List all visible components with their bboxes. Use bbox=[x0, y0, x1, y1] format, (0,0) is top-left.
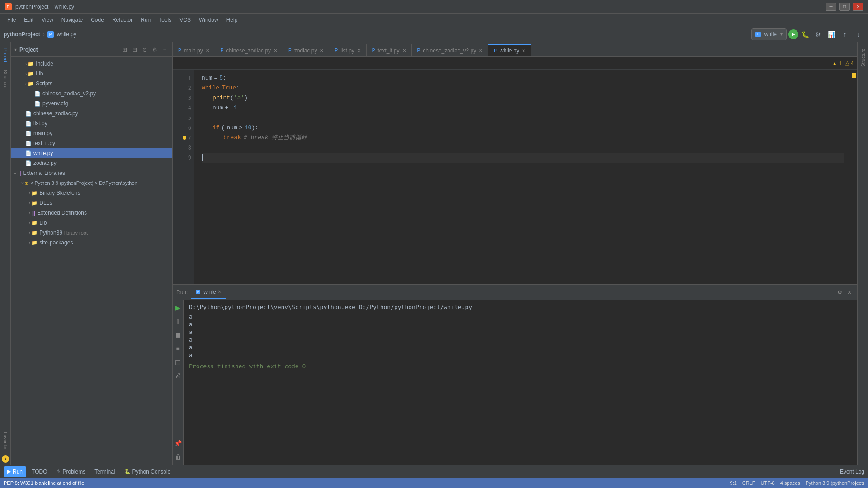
run-button[interactable]: ▶ bbox=[788, 29, 798, 39]
tree-item-chinese-zodiac-v2[interactable]: 📄 chinese_zodiac_v2.py bbox=[11, 89, 172, 99]
py-file-icon: 📄 bbox=[34, 91, 41, 97]
bottom-tab-problems[interactable]: ⚠ Problems bbox=[52, 466, 89, 477]
menu-tools[interactable]: Tools bbox=[155, 15, 175, 24]
tree-item-include[interactable]: › 📁 Include bbox=[11, 59, 172, 69]
bottom-tab-python-console[interactable]: 🐍 Python Console bbox=[121, 466, 175, 477]
tree-item-scripts[interactable]: › 📁 Scripts bbox=[11, 79, 172, 89]
run-tab-close[interactable]: ✕ bbox=[218, 289, 222, 294]
debug-button[interactable]: 🐛 bbox=[800, 29, 810, 39]
menu-help[interactable]: Help bbox=[223, 15, 241, 24]
sidebar-structure-right[interactable]: Structure bbox=[859, 44, 868, 71]
tree-item-external-libraries[interactable]: › ||| External Libraries bbox=[11, 168, 172, 178]
close-panel-icon[interactable]: − bbox=[160, 46, 169, 54]
tree-item-list[interactable]: 📄 list.py bbox=[11, 118, 172, 128]
menu-refactor[interactable]: Refactor bbox=[108, 15, 136, 24]
expand-all-icon[interactable]: ⊞ bbox=[121, 46, 129, 54]
warning-count-badge[interactable]: ▲ 1 bbox=[832, 61, 842, 66]
run-panel-delete-button[interactable]: 🗑 bbox=[173, 451, 184, 463]
project-panel-title[interactable]: Project bbox=[19, 47, 38, 53]
tree-item-extended-def[interactable]: › ||| Extended Definitions bbox=[11, 208, 172, 218]
project-name-breadcrumb[interactable]: pythonProject bbox=[4, 31, 40, 38]
run-panel-print-button[interactable]: 🖨 bbox=[173, 370, 184, 381]
info-count-badge[interactable]: △ 4 bbox=[845, 60, 854, 66]
sidebar-favorites-icon[interactable]: Favorites bbox=[1, 430, 10, 453]
tab-text-if-py[interactable]: P text_if.py ✕ bbox=[367, 44, 412, 56]
tab-close-zodiac[interactable]: ✕ bbox=[320, 48, 323, 53]
tab-chinese-zodiac-py[interactable]: P chinese_zodiac.py ✕ bbox=[215, 44, 283, 56]
settings-panel-icon[interactable]: ⚙ bbox=[151, 46, 159, 54]
code-line-2: while True : bbox=[202, 83, 844, 93]
tab-close-text-if[interactable]: ✕ bbox=[402, 48, 406, 53]
tree-item-chinese-zodiac[interactable]: 📄 chinese_zodiac.py bbox=[11, 108, 172, 118]
run-panel-close-icon[interactable]: ✕ bbox=[845, 288, 854, 296]
file-name-breadcrumb[interactable]: while.py bbox=[57, 31, 76, 38]
menu-code[interactable]: Code bbox=[87, 15, 108, 24]
run-config-selector[interactable]: P while ▾ bbox=[751, 28, 787, 40]
tab-while-py[interactable]: P while.py ✕ bbox=[488, 44, 531, 56]
menu-navigate[interactable]: Navigate bbox=[58, 15, 86, 24]
tree-item-site-packages[interactable]: › 📁 site-packages bbox=[11, 238, 172, 248]
tree-item-while[interactable]: 📄 while.py bbox=[11, 148, 172, 158]
tab-close-while[interactable]: ✕ bbox=[522, 48, 525, 53]
tree-item-binary-skeletons[interactable]: › 📁 Binary Skeletons bbox=[11, 188, 172, 198]
tree-item-lib-root[interactable]: › 📁 Lib bbox=[11, 69, 172, 79]
tab-chinese-zodiac-v2-py[interactable]: P chinese_zodiac_v2.py ✕ bbox=[412, 44, 489, 56]
code-editor[interactable]: num = 5 ; while True : print ( 'a' bbox=[194, 70, 851, 284]
tree-item-dlls[interactable]: › 📁 DLLs bbox=[11, 198, 172, 208]
rerun-button[interactable]: ▶ bbox=[173, 302, 184, 314]
tree-item-main[interactable]: 📄 main.py bbox=[11, 128, 172, 138]
file-encoding[interactable]: UTF-8 bbox=[761, 480, 775, 486]
code-token: ( bbox=[222, 123, 225, 133]
tab-close-list[interactable]: ✕ bbox=[357, 48, 361, 53]
collapse-all-icon[interactable]: ⊟ bbox=[131, 46, 139, 54]
bottom-tab-todo[interactable]: TODO bbox=[28, 466, 51, 477]
run-panel-settings-icon[interactable]: ⚙ bbox=[835, 288, 844, 296]
menu-run[interactable]: Run bbox=[137, 15, 154, 24]
sidebar-project-icon[interactable]: Project bbox=[1, 44, 10, 67]
tree-item-lib[interactable]: › 📁 Lib bbox=[11, 218, 172, 228]
menu-view[interactable]: View bbox=[38, 15, 57, 24]
python-interpreter[interactable]: Python 3.9 (pythonProject) bbox=[806, 480, 864, 486]
indent-settings[interactable]: 4 spaces bbox=[780, 480, 800, 486]
scroll-from-source-icon[interactable]: ⊙ bbox=[141, 46, 149, 54]
git-push-button[interactable]: ↓ bbox=[853, 28, 864, 40]
maximize-button[interactable]: □ bbox=[839, 3, 850, 11]
tab-close-main[interactable]: ✕ bbox=[206, 48, 209, 53]
run-panel-filter-button[interactable]: ▤ bbox=[173, 356, 184, 368]
menu-file[interactable]: File bbox=[4, 15, 19, 24]
tab-close-chinese-zodiac-v2[interactable]: ✕ bbox=[479, 48, 482, 53]
python-console-icon: 🐍 bbox=[124, 469, 131, 474]
notifications-icon[interactable]: ★ bbox=[2, 455, 9, 463]
tree-item-python39-lib[interactable]: › 📁 Python39 library root bbox=[11, 228, 172, 238]
menu-window[interactable]: Window bbox=[195, 15, 222, 24]
tree-item-pyvenv[interactable]: 📄 pyvenv.cfg bbox=[11, 99, 172, 108]
tab-main-py[interactable]: P main.py ✕ bbox=[173, 44, 215, 56]
tree-item-text-if[interactable]: 📄 text_if.py bbox=[11, 138, 172, 148]
close-button[interactable]: ✕ bbox=[853, 3, 863, 11]
bottom-tab-terminal[interactable]: Terminal bbox=[91, 466, 118, 477]
title-bar-left: P pythonProject – while.py bbox=[5, 3, 74, 10]
menu-edit[interactable]: Edit bbox=[20, 15, 37, 24]
run-with-coverage-button[interactable]: ⚙ bbox=[812, 28, 824, 40]
tab-zodiac-py[interactable]: P zodiac.py ✕ bbox=[283, 44, 329, 56]
project-dropdown-arrow[interactable]: ▾ bbox=[14, 47, 17, 52]
run-panel-stop-button[interactable]: ⬆ bbox=[173, 315, 184, 327]
line-ending[interactable]: CRLF bbox=[742, 480, 755, 486]
tree-item-python39[interactable]: › ⊕ < Python 3.9 (pythonProject) > D:\Py… bbox=[11, 178, 172, 188]
cursor-position[interactable]: 9:1 bbox=[730, 480, 737, 486]
profiler-button[interactable]: 📊 bbox=[826, 28, 837, 40]
bottom-tab-run[interactable]: ▶ Run bbox=[4, 466, 26, 477]
run-tab-while[interactable]: P while ✕ bbox=[191, 286, 226, 299]
status-warning-message[interactable]: PEP 8: W391 blank line at end of file bbox=[4, 480, 84, 486]
tab-list-py[interactable]: P list.py ✕ bbox=[329, 44, 366, 56]
run-panel-format-button[interactable]: ≡ bbox=[173, 343, 184, 354]
sidebar-structure-icon[interactable]: Structure bbox=[1, 68, 10, 90]
run-panel-rerun-button[interactable]: ◼ bbox=[173, 329, 184, 341]
tree-item-zodiac[interactable]: 📄 zodiac.py bbox=[11, 158, 172, 168]
vcs-update-button[interactable]: ↑ bbox=[839, 28, 851, 40]
event-log-button[interactable]: Event Log bbox=[840, 469, 864, 475]
minimize-button[interactable]: ─ bbox=[826, 3, 836, 11]
tab-close-chinese-zodiac[interactable]: ✕ bbox=[274, 48, 277, 53]
menu-vcs[interactable]: VCS bbox=[176, 15, 194, 24]
run-panel-pin-button[interactable]: 📌 bbox=[173, 437, 184, 449]
